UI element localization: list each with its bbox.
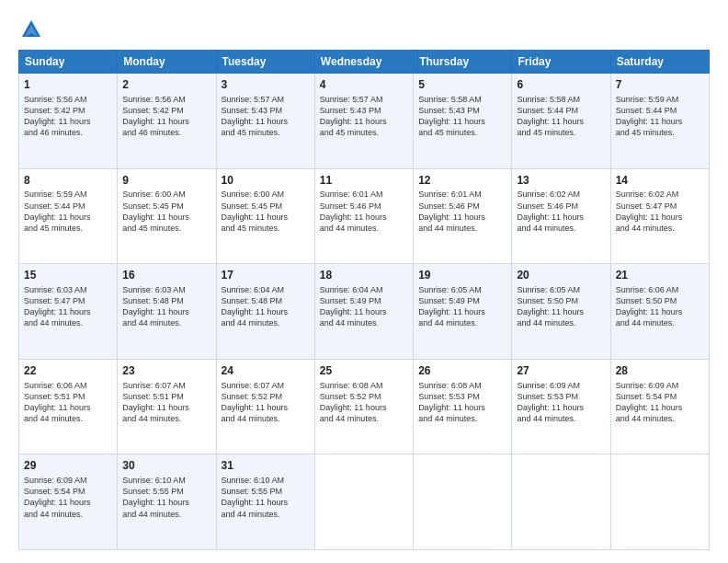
day-info: Sunrise: 6:01 AM Sunset: 5:46 PM Dayligh… — [418, 189, 506, 234]
day-info: Sunrise: 6:05 AM Sunset: 5:50 PM Dayligh… — [517, 284, 605, 329]
day-header-monday: Monday — [118, 51, 216, 74]
day-number: 30 — [122, 458, 210, 474]
day-info: Sunrise: 6:10 AM Sunset: 5:55 PM Dayligh… — [122, 475, 210, 520]
day-info: Sunrise: 5:57 AM Sunset: 5:43 PM Dayligh… — [222, 94, 310, 139]
calendar-cell: 19Sunrise: 6:05 AM Sunset: 5:49 PM Dayli… — [414, 264, 512, 360]
day-number: 19 — [418, 268, 506, 283]
day-header-friday: Friday — [512, 51, 610, 74]
calendar-week-1: 1Sunrise: 5:56 AM Sunset: 5:42 PM Daylig… — [19, 74, 710, 169]
calendar-week-4: 22Sunrise: 6:06 AM Sunset: 5:51 PM Dayli… — [19, 359, 710, 454]
day-info: Sunrise: 6:09 AM Sunset: 5:54 PM Dayligh… — [616, 380, 704, 425]
day-info: Sunrise: 6:00 AM Sunset: 5:45 PM Dayligh… — [122, 189, 210, 234]
day-info: Sunrise: 6:05 AM Sunset: 5:49 PM Dayligh… — [418, 284, 506, 329]
day-number: 11 — [320, 173, 408, 189]
calendar-cell: 29Sunrise: 6:09 AM Sunset: 5:54 PM Dayli… — [19, 454, 118, 550]
day-number: 20 — [517, 268, 605, 283]
calendar-cell: 5Sunrise: 5:58 AM Sunset: 5:43 PM Daylig… — [414, 74, 512, 169]
day-info: Sunrise: 5:59 AM Sunset: 5:44 PM Dayligh… — [616, 94, 704, 139]
calendar-cell — [314, 454, 413, 550]
calendar-page: SundayMondayTuesdayWednesdayThursdayFrid… — [0, 0, 728, 563]
day-info: Sunrise: 6:09 AM Sunset: 5:54 PM Dayligh… — [24, 475, 112, 520]
calendar-cell: 8Sunrise: 5:59 AM Sunset: 5:44 PM Daylig… — [19, 168, 118, 264]
day-info: Sunrise: 6:07 AM Sunset: 5:51 PM Dayligh… — [122, 380, 210, 425]
day-number: 14 — [616, 173, 704, 189]
day-info: Sunrise: 6:04 AM Sunset: 5:49 PM Dayligh… — [320, 284, 408, 329]
day-info: Sunrise: 6:08 AM Sunset: 5:53 PM Dayligh… — [418, 380, 506, 425]
day-number: 17 — [222, 268, 310, 283]
calendar-week-3: 15Sunrise: 6:03 AM Sunset: 5:47 PM Dayli… — [19, 264, 710, 360]
day-info: Sunrise: 6:08 AM Sunset: 5:52 PM Dayligh… — [320, 380, 408, 425]
day-info: Sunrise: 6:00 AM Sunset: 5:45 PM Dayligh… — [222, 189, 310, 234]
calendar-cell: 18Sunrise: 6:04 AM Sunset: 5:49 PM Dayli… — [314, 264, 413, 360]
day-number: 2 — [122, 77, 210, 93]
day-info: Sunrise: 6:02 AM Sunset: 5:47 PM Dayligh… — [616, 189, 704, 234]
day-number: 8 — [24, 173, 112, 189]
day-number: 7 — [616, 77, 704, 93]
day-number: 4 — [320, 77, 408, 93]
calendar-cell: 30Sunrise: 6:10 AM Sunset: 5:55 PM Dayli… — [118, 454, 216, 550]
calendar-cell: 4Sunrise: 5:57 AM Sunset: 5:43 PM Daylig… — [314, 74, 413, 169]
day-number: 22 — [24, 363, 112, 379]
calendar-cell: 11Sunrise: 6:01 AM Sunset: 5:46 PM Dayli… — [314, 168, 413, 264]
calendar-cell — [414, 454, 512, 550]
day-info: Sunrise: 5:56 AM Sunset: 5:42 PM Dayligh… — [24, 94, 112, 139]
day-info: Sunrise: 5:58 AM Sunset: 5:44 PM Dayligh… — [517, 94, 605, 139]
day-info: Sunrise: 6:04 AM Sunset: 5:48 PM Dayligh… — [222, 284, 310, 329]
calendar-cell — [610, 454, 709, 550]
calendar-cell: 31Sunrise: 6:10 AM Sunset: 5:55 PM Dayli… — [216, 454, 314, 550]
day-info: Sunrise: 6:07 AM Sunset: 5:52 PM Dayligh… — [222, 380, 310, 425]
day-number: 25 — [320, 363, 408, 379]
day-number: 21 — [616, 268, 704, 283]
calendar-cell: 12Sunrise: 6:01 AM Sunset: 5:46 PM Dayli… — [414, 168, 512, 264]
day-number: 26 — [418, 363, 506, 379]
calendar-cell: 14Sunrise: 6:02 AM Sunset: 5:47 PM Dayli… — [610, 168, 709, 264]
calendar-cell: 10Sunrise: 6:00 AM Sunset: 5:45 PM Dayli… — [216, 168, 314, 264]
calendar-cell: 13Sunrise: 6:02 AM Sunset: 5:46 PM Dayli… — [512, 168, 610, 264]
day-number: 28 — [616, 363, 704, 379]
calendar-cell: 7Sunrise: 5:59 AM Sunset: 5:44 PM Daylig… — [610, 74, 709, 169]
day-number: 6 — [517, 77, 605, 93]
day-info: Sunrise: 6:09 AM Sunset: 5:53 PM Dayligh… — [517, 380, 605, 425]
day-info: Sunrise: 6:06 AM Sunset: 5:51 PM Dayligh… — [24, 380, 112, 425]
day-header-thursday: Thursday — [414, 51, 512, 74]
day-header-tuesday: Tuesday — [216, 51, 314, 74]
day-header-saturday: Saturday — [610, 51, 709, 74]
logo — [18, 17, 48, 42]
day-info: Sunrise: 6:06 AM Sunset: 5:50 PM Dayligh… — [616, 284, 704, 329]
day-info: Sunrise: 6:10 AM Sunset: 5:55 PM Dayligh… — [222, 475, 310, 520]
day-number: 29 — [24, 458, 112, 474]
day-header-wednesday: Wednesday — [314, 51, 413, 74]
day-number: 27 — [517, 363, 605, 379]
header — [18, 17, 710, 42]
day-info: Sunrise: 6:03 AM Sunset: 5:47 PM Dayligh… — [24, 284, 112, 329]
calendar-week-2: 8Sunrise: 5:59 AM Sunset: 5:44 PM Daylig… — [19, 168, 710, 264]
day-number: 13 — [517, 173, 605, 189]
day-number: 9 — [122, 173, 210, 189]
day-number: 24 — [222, 363, 310, 379]
calendar-cell: 20Sunrise: 6:05 AM Sunset: 5:50 PM Dayli… — [512, 264, 610, 360]
calendar-cell: 22Sunrise: 6:06 AM Sunset: 5:51 PM Dayli… — [19, 359, 118, 454]
days-header-row: SundayMondayTuesdayWednesdayThursdayFrid… — [19, 51, 710, 74]
calendar-cell: 21Sunrise: 6:06 AM Sunset: 5:50 PM Dayli… — [610, 264, 709, 360]
calendar-cell: 2Sunrise: 5:56 AM Sunset: 5:42 PM Daylig… — [118, 74, 216, 169]
day-number: 10 — [222, 173, 310, 189]
calendar-cell: 28Sunrise: 6:09 AM Sunset: 5:54 PM Dayli… — [610, 359, 709, 454]
calendar-cell: 27Sunrise: 6:09 AM Sunset: 5:53 PM Dayli… — [512, 359, 610, 454]
day-info: Sunrise: 5:57 AM Sunset: 5:43 PM Dayligh… — [320, 94, 408, 139]
day-info: Sunrise: 6:03 AM Sunset: 5:48 PM Dayligh… — [122, 284, 210, 329]
calendar-cell: 15Sunrise: 6:03 AM Sunset: 5:47 PM Dayli… — [19, 264, 118, 360]
day-number: 31 — [222, 458, 310, 474]
calendar-cell: 26Sunrise: 6:08 AM Sunset: 5:53 PM Dayli… — [414, 359, 512, 454]
day-number: 15 — [24, 268, 112, 283]
calendar-week-5: 29Sunrise: 6:09 AM Sunset: 5:54 PM Dayli… — [19, 454, 710, 550]
day-number: 1 — [24, 77, 112, 93]
day-info: Sunrise: 5:56 AM Sunset: 5:42 PM Dayligh… — [122, 94, 210, 139]
day-header-sunday: Sunday — [19, 51, 118, 74]
calendar-cell: 24Sunrise: 6:07 AM Sunset: 5:52 PM Dayli… — [216, 359, 314, 454]
calendar-cell: 9Sunrise: 6:00 AM Sunset: 5:45 PM Daylig… — [118, 168, 216, 264]
calendar-cell: 17Sunrise: 6:04 AM Sunset: 5:48 PM Dayli… — [216, 264, 314, 360]
calendar-cell: 6Sunrise: 5:58 AM Sunset: 5:44 PM Daylig… — [512, 74, 610, 169]
day-number: 16 — [122, 268, 210, 283]
day-number: 12 — [418, 173, 506, 189]
calendar-cell: 25Sunrise: 6:08 AM Sunset: 5:52 PM Dayli… — [314, 359, 413, 454]
